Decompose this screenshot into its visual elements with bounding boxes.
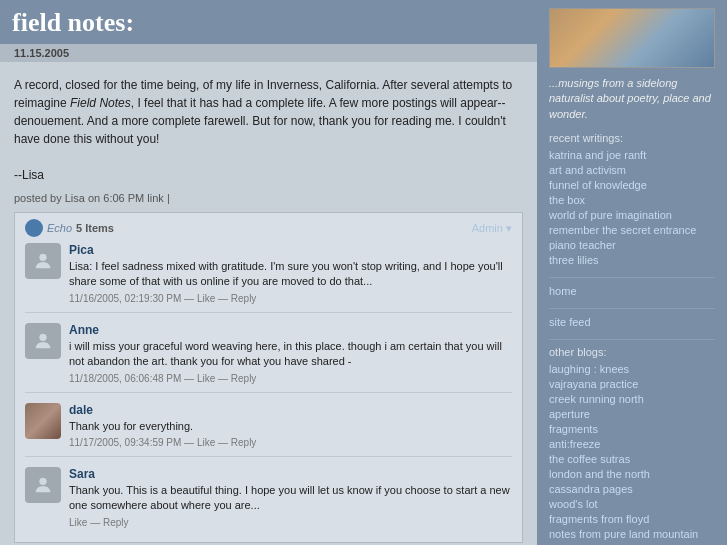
- recent-link-4[interactable]: world of pure imagination: [549, 209, 672, 221]
- avatar: [25, 467, 61, 503]
- other-blog-5[interactable]: anti:freeze: [549, 438, 600, 450]
- feed-list: site feed: [549, 315, 715, 329]
- comment-body: dale Thank you for everything. 11/17/200…: [69, 403, 512, 448]
- other-blog-3[interactable]: aperture: [549, 408, 590, 420]
- recent-links-list: katrina and joe ranft art and activism f…: [549, 148, 715, 267]
- echo-icon: [25, 219, 43, 237]
- svg-point-0: [39, 254, 46, 261]
- sidebar-tagline: ...musings from a sidelong naturalist ab…: [549, 76, 715, 122]
- avatar: [25, 243, 61, 279]
- avatar-photo: [25, 403, 61, 439]
- sidebar-divider: [549, 339, 715, 340]
- recent-link-2[interactable]: funnel of knowledge: [549, 179, 647, 191]
- comment-meta: 11/18/2005, 06:06:48 PM — Like — Reply: [69, 373, 512, 384]
- comments-header: Echo 5 Items Admin ▾: [25, 219, 512, 237]
- reply-link[interactable]: Reply: [103, 517, 129, 528]
- comment-author: Anne: [69, 323, 512, 337]
- other-blog-11[interactable]: notes from pure land mountain: [549, 528, 698, 540]
- user-icon: [32, 474, 54, 496]
- like-link[interactable]: Like: [69, 517, 87, 528]
- comment-text: Lisa: I feel sadness mixed with gratitud…: [69, 259, 512, 290]
- reply-link[interactable]: Reply: [231, 373, 257, 384]
- other-blog-4[interactable]: fragments: [549, 423, 598, 435]
- like-link[interactable]: Like: [197, 373, 215, 384]
- other-blog-10[interactable]: fragments from floyd: [549, 513, 649, 525]
- sidebar-divider: [549, 277, 715, 278]
- post-link[interactable]: link: [147, 192, 164, 204]
- other-blog-8[interactable]: cassandra pages: [549, 483, 633, 495]
- avatar: [25, 323, 61, 359]
- other-blog-6[interactable]: the coffee sutras: [549, 453, 630, 465]
- recent-link-1[interactable]: art and activism: [549, 164, 626, 176]
- comment-body: Pica Lisa: I feel sadness mixed with gra…: [69, 243, 512, 304]
- items-count: 5 Items: [76, 222, 114, 234]
- sidebar-banner: [549, 8, 715, 68]
- comment-author: dale: [69, 403, 512, 417]
- other-blog-2[interactable]: creek running north: [549, 393, 644, 405]
- admin-dropdown[interactable]: Admin ▾: [472, 222, 512, 235]
- comment-author: Sara: [69, 467, 512, 481]
- other-blogs-list: laughing : knees vajrayana practice cree…: [549, 362, 715, 545]
- comment-body: Anne i will miss your graceful word weav…: [69, 323, 512, 384]
- home-list: home: [549, 284, 715, 298]
- site-title: field notes:: [12, 8, 525, 38]
- reply-link[interactable]: Reply: [231, 437, 257, 448]
- comment-meta: 11/16/2005, 02:19:30 PM — Like — Reply: [69, 293, 512, 304]
- post-meta: posted by Lisa on 6:06 PM link |: [14, 192, 523, 204]
- other-blog-0[interactable]: laughing : knees: [549, 363, 629, 375]
- recent-link-3[interactable]: the box: [549, 194, 585, 206]
- comment-row: Pica Lisa: I feel sadness mixed with gra…: [25, 243, 512, 313]
- post-date: 11.15.2005: [0, 44, 537, 62]
- svg-point-1: [39, 333, 46, 340]
- post-body: A record, closed for the time being, of …: [14, 76, 523, 184]
- user-icon: [32, 250, 54, 272]
- recent-link-7[interactable]: three lilies: [549, 254, 599, 266]
- comment-meta: 11/17/2005, 09:34:59 PM — Like — Reply: [69, 437, 512, 448]
- comment-meta: Like — Reply: [69, 517, 512, 528]
- recent-writings-title: recent writings:: [549, 132, 715, 144]
- echo-logo: Echo 5 Items: [25, 219, 114, 237]
- other-blog-7[interactable]: london and the north: [549, 468, 650, 480]
- comment-row: Sara Thank you. This is a beautiful thin…: [25, 467, 512, 536]
- comment-text: Thank you. This is a beautiful thing. I …: [69, 483, 512, 514]
- comment-body: Sara Thank you. This is a beautiful thin…: [69, 467, 512, 528]
- home-link[interactable]: home: [549, 285, 577, 297]
- site-feed-link[interactable]: site feed: [549, 316, 591, 328]
- svg-point-2: [39, 478, 46, 485]
- sidebar-divider: [549, 308, 715, 309]
- other-blog-9[interactable]: wood's lot: [549, 498, 598, 510]
- user-icon: [32, 330, 54, 352]
- other-blogs-title: other blogs:: [549, 346, 715, 358]
- reply-link[interactable]: Reply: [231, 293, 257, 304]
- comment-text: i will miss your graceful word weaving h…: [69, 339, 512, 370]
- recent-link-6[interactable]: piano teacher: [549, 239, 616, 251]
- other-blog-1[interactable]: vajrayana practice: [549, 378, 638, 390]
- comment-row: dale Thank you for everything. 11/17/200…: [25, 403, 512, 457]
- echo-label: Echo: [47, 222, 72, 234]
- like-link[interactable]: Like: [197, 293, 215, 304]
- comment-row: Anne i will miss your graceful word weav…: [25, 323, 512, 393]
- recent-link-0[interactable]: katrina and joe ranft: [549, 149, 646, 161]
- like-link[interactable]: Like: [197, 437, 215, 448]
- comment-text: Thank you for everything.: [69, 419, 512, 434]
- comments-section: Echo 5 Items Admin ▾ Pica Lisa: I feel s…: [14, 212, 523, 543]
- comment-author: Pica: [69, 243, 512, 257]
- recent-link-5[interactable]: remember the secret entrance: [549, 224, 696, 236]
